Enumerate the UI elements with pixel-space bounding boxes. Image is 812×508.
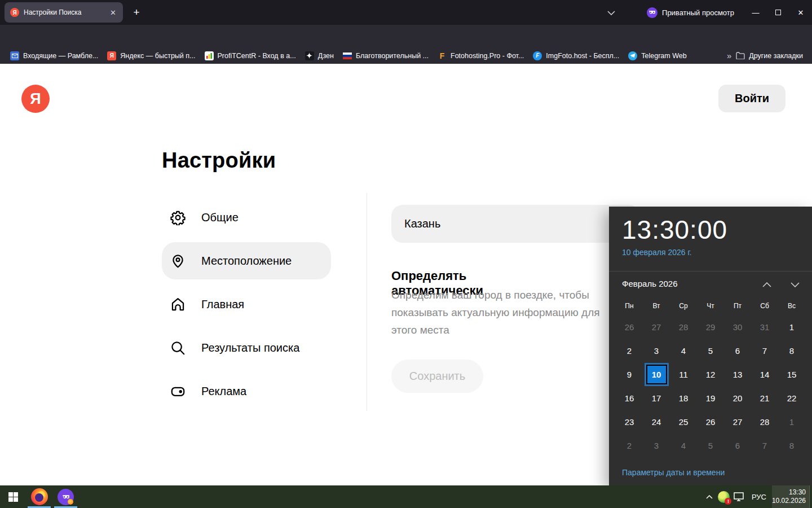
sidebar-item-tag[interactable]: Реклама <box>162 373 331 410</box>
minimize-button[interactable]: — <box>744 0 767 25</box>
calendar-day[interactable]: 31 <box>751 315 778 339</box>
bookmark-item[interactable]: Telegram Web <box>624 50 691 62</box>
calendar-day[interactable]: 4 <box>670 433 697 457</box>
bookmark-item[interactable]: Входящие — Рамбле... <box>6 50 103 62</box>
sidebar-item-gear[interactable]: Общие <box>162 199 331 236</box>
firefox-icon <box>31 488 48 505</box>
sidebar-item-label: Главная <box>201 298 244 311</box>
flyout-date-link[interactable]: 10 февраля 2026 г. <box>622 248 692 257</box>
private-mask-icon <box>647 7 657 18</box>
calendar-day[interactable]: 7 <box>751 433 778 457</box>
sidebar-item-pin[interactable]: Местоположение <box>162 242 331 279</box>
tray-expand-chevron-icon[interactable] <box>702 485 717 508</box>
calendar-day[interactable]: 19 <box>697 386 724 410</box>
clock-calendar-flyout: 13:30:00 10 февраля 2026 г. Февраль 2026… <box>609 207 812 485</box>
calendar-day[interactable]: 2 <box>616 433 643 457</box>
taskbar-clock[interactable]: 13:30 10.02.2026 <box>772 485 809 508</box>
bookmark-label: Fotohosting.Pro - Фот... <box>451 52 524 60</box>
private-label: Приватный просмотр <box>662 8 734 17</box>
browser-tab[interactable]: Я Настройки Поиска ✕ <box>5 2 123 23</box>
calendar-day[interactable]: 28 <box>751 410 778 433</box>
calendar-day[interactable]: 26 <box>697 410 724 433</box>
bookmark-item[interactable]: FFotohosting.Pro - Фот... <box>433 50 528 62</box>
calendar-day[interactable]: 29 <box>697 315 724 339</box>
bookmarks-bar: Входящие — Рамбле...ЯЯндекс — быстрый п.… <box>0 47 812 64</box>
flyout-divider <box>609 271 812 271</box>
bookmark-label: Дзен <box>318 52 334 60</box>
bookmark-label: Входящие — Рамбле... <box>23 52 98 60</box>
calendar-day[interactable]: 18 <box>670 386 697 410</box>
calendar-day[interactable]: 16 <box>616 386 643 410</box>
firefox-private-icon <box>58 489 74 505</box>
calendar-day[interactable]: 12 <box>697 362 724 386</box>
calendar-day[interactable]: 8 <box>778 433 805 457</box>
calendar-day[interactable]: 6 <box>724 433 751 457</box>
calendar-day[interactable]: 21 <box>751 386 778 410</box>
calendar-day[interactable]: 27 <box>724 410 751 433</box>
system-tray: ! РУС 13:30 10.02.2026 <box>702 485 812 508</box>
bookmarks-overflow-chevron-icon[interactable]: » <box>727 51 730 60</box>
calendar-day[interactable]: 3 <box>643 433 670 457</box>
calendar-day[interactable]: 1 <box>778 315 805 339</box>
list-tabs-chevron-icon[interactable] <box>603 5 620 20</box>
calendar-day[interactable]: 5 <box>697 433 724 457</box>
calendar-day[interactable]: 24 <box>643 410 670 433</box>
calendar-day[interactable]: 28 <box>670 315 697 339</box>
calendar-day[interactable]: 4 <box>670 339 697 362</box>
calendar-day[interactable]: 23 <box>616 410 643 433</box>
calendar-day[interactable]: 8 <box>778 339 805 362</box>
zen-sparkle-icon <box>305 51 314 60</box>
windows-logo-icon <box>8 492 18 502</box>
sidebar-item-label: Реклама <box>201 385 246 398</box>
start-button[interactable] <box>0 485 26 508</box>
sidebar-item-label: Общие <box>201 211 239 224</box>
calendar-day-selected[interactable]: 10 <box>643 362 670 386</box>
calendar-day[interactable]: 7 <box>751 339 778 362</box>
show-desktop-button[interactable] <box>809 485 812 508</box>
bookmark-item[interactable]: ЯЯндекс — быстрый п... <box>103 50 200 62</box>
calendar-day[interactable]: 20 <box>724 386 751 410</box>
sidebar-item-search[interactable]: Результаты поиска <box>162 329 331 366</box>
bookmark-item[interactable]: Дзен <box>301 50 338 62</box>
content-divider <box>367 193 367 411</box>
calendar-day[interactable]: 30 <box>724 315 751 339</box>
calendar-day[interactable]: 5 <box>697 339 724 362</box>
calendar-day[interactable]: 17 <box>643 386 670 410</box>
network-tray-icon[interactable] <box>731 485 746 508</box>
language-indicator[interactable]: РУС <box>746 493 772 501</box>
calendar-day[interactable]: 14 <box>751 362 778 386</box>
sidebar-item-home[interactable]: Главная <box>162 286 331 323</box>
calendar-day[interactable]: 3 <box>643 339 670 362</box>
calendar-day[interactable]: 25 <box>670 410 697 433</box>
calendar-day[interactable]: 15 <box>778 362 805 386</box>
other-bookmarks-folder[interactable]: Другие закладки <box>736 52 806 60</box>
taskbar-firefox-button[interactable] <box>26 485 52 508</box>
calendar-day[interactable]: 9 <box>616 362 643 386</box>
date-time-settings-link[interactable]: Параметры даты и времени <box>622 468 725 477</box>
calendar-day[interactable]: 11 <box>670 362 697 386</box>
calendar-prev-month-chevron-icon[interactable] <box>760 278 774 291</box>
save-button[interactable]: Сохранить <box>391 360 483 393</box>
taskbar-firefox-private-button[interactable] <box>52 485 79 508</box>
calendar-day[interactable]: 27 <box>643 315 670 339</box>
restore-button[interactable] <box>767 0 789 25</box>
bookmark-item[interactable]: ProfiTCentR - Вход в а... <box>200 50 301 62</box>
calendar-day[interactable]: 1 <box>778 410 805 433</box>
page-title: Настройки <box>162 148 276 173</box>
page-signin-button[interactable]: Войти <box>718 85 785 112</box>
close-button[interactable]: ✕ <box>789 0 812 25</box>
antivirus-tray-icon[interactable]: ! <box>717 485 731 508</box>
calendar-day[interactable]: 13 <box>724 362 751 386</box>
calendar-day[interactable]: 22 <box>778 386 805 410</box>
bookmark-item[interactable]: FImgFoto.host - Беспл... <box>528 50 624 62</box>
yandex-logo[interactable]: Я <box>21 85 50 113</box>
bookmark-item[interactable]: Благотворительный ... <box>338 50 433 62</box>
calendar-day[interactable]: 6 <box>724 339 751 362</box>
city-input[interactable]: Казань <box>391 205 640 243</box>
calendar-next-month-chevron-icon[interactable] <box>788 278 802 291</box>
new-tab-button[interactable]: + <box>129 5 144 20</box>
calendar-day[interactable]: 2 <box>616 339 643 362</box>
calendar-weekday: Вт <box>643 300 670 312</box>
calendar-day[interactable]: 26 <box>616 315 643 339</box>
tab-close-icon[interactable]: ✕ <box>109 8 117 17</box>
